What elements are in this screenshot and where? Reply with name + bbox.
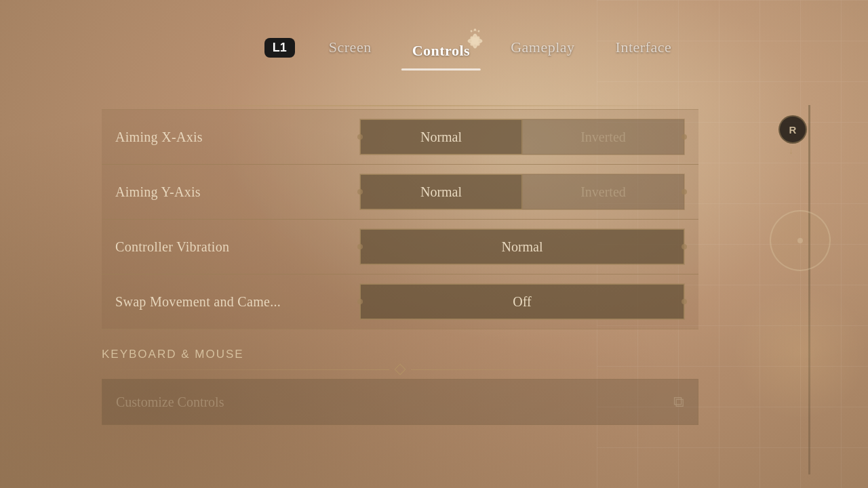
aiming-x-inverted-btn[interactable]: Inverted — [522, 119, 684, 155]
swap-label: Swap Movement and Came... — [115, 294, 359, 310]
aiming-y-controls: Normal Inverted — [359, 174, 685, 210]
nav-container: Screen L1 Screen Controls Gameplay Inter… — [176, 27, 692, 68]
settings-container: Aiming X-Axis Normal Inverted Aiming Y-A… — [102, 105, 698, 425]
l1-badge[interactable]: L1 — [264, 38, 295, 58]
header: Screen L1 Screen Controls Gameplay Inter… — [0, 0, 868, 95]
setting-row-vibration: Controller Vibration Normal — [102, 219, 698, 274]
top-divider — [102, 105, 698, 106]
setting-row-aiming-y: Aiming Y-Axis Normal Inverted — [102, 164, 698, 220]
main-content: Aiming X-Axis Normal Inverted Aiming Y-A… — [102, 105, 827, 474]
tab-gameplay[interactable]: Gameplay — [490, 33, 595, 62]
svg-point-4 — [473, 28, 476, 31]
tab-screen[interactable]: Screen — [309, 33, 392, 62]
tab-interface[interactable]: Interface — [595, 33, 692, 62]
aiming-x-controls: Normal Inverted — [359, 119, 685, 155]
tab-controls[interactable]: Controls — [392, 37, 491, 65]
section-line-left — [102, 369, 389, 370]
aiming-y-normal-btn[interactable]: Normal — [360, 174, 522, 209]
aiming-x-normal-btn[interactable]: Normal — [360, 119, 522, 155]
svg-point-6 — [477, 30, 479, 32]
customize-controls-row[interactable]: Customize Controls ⧉ — [102, 379, 698, 425]
swap-off-btn[interactable]: Off — [360, 284, 684, 319]
customize-controls-label: Customize Controls — [116, 394, 673, 410]
keyboard-section-header: KEYBOARD & MOUSE — [102, 348, 698, 373]
section-line — [102, 365, 698, 373]
setting-row-swap: Swap Movement and Came... Off — [102, 274, 698, 329]
customize-controls-icon: ⧉ — [673, 393, 684, 411]
aiming-x-label: Aiming X-Axis — [115, 129, 359, 145]
aiming-y-label: Aiming Y-Axis — [115, 184, 359, 200]
vibration-label: Controller Vibration — [115, 239, 359, 255]
section-line-right — [411, 369, 698, 370]
svg-point-5 — [470, 30, 472, 32]
swap-controls: Off — [359, 283, 685, 320]
vibration-controls: Normal — [359, 228, 685, 265]
aiming-y-inverted-btn[interactable]: Inverted — [522, 174, 684, 209]
keyboard-section-title: KEYBOARD & MOUSE — [102, 348, 698, 361]
section-line-diamond-icon — [395, 364, 406, 375]
setting-row-aiming-x: Aiming X-Axis Normal Inverted — [102, 109, 698, 165]
vibration-normal-btn[interactable]: Normal — [360, 229, 684, 264]
